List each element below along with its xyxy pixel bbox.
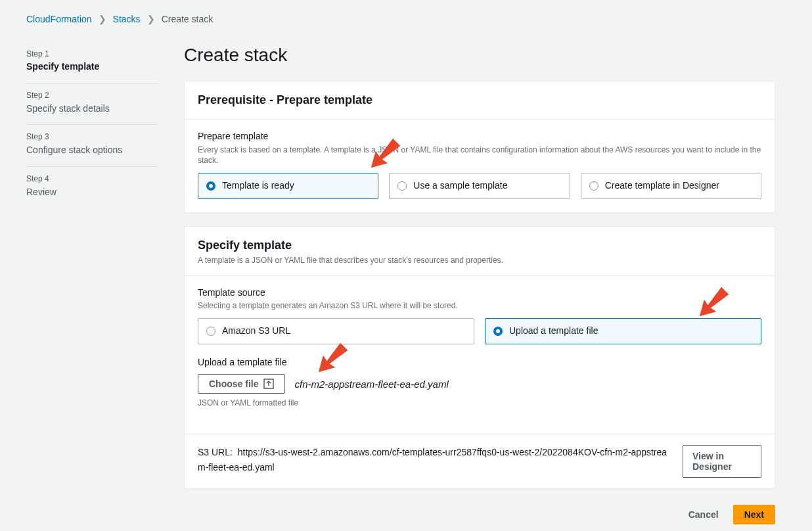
- uploaded-filename: cfn-m2-appstream-fleet-ea-ed.yaml: [294, 377, 448, 391]
- breadcrumb-stacks[interactable]: Stacks: [113, 13, 141, 26]
- upload-help: JSON or YAML formatted file: [198, 398, 761, 409]
- radio-icon: [397, 181, 407, 191]
- radio-label: Template is ready: [222, 179, 294, 193]
- radio-label: Create template in Designer: [605, 179, 719, 193]
- radio-use-sample-template[interactable]: Use a sample template: [389, 173, 570, 199]
- radio-icon: [493, 327, 503, 336]
- template-source-options: Amazon S3 URL Upload a template file: [198, 318, 761, 344]
- button-label: Choose file: [209, 379, 258, 389]
- step-review: Step 4 Review: [26, 167, 158, 208]
- breadcrumb: CloudFormation ❯ Stacks ❯ Create stack: [26, 13, 792, 26]
- field-label-prepare-template: Prepare template: [198, 130, 761, 143]
- panel-title: Prerequisite - Prepare template: [198, 92, 761, 108]
- wizard-steps: Step 1 Specify template Step 2 Specify s…: [26, 42, 158, 525]
- step-configure-stack-options: Step 3 Configure stack options: [26, 125, 158, 166]
- radio-label: Use a sample template: [413, 179, 507, 193]
- field-label-template-source: Template source: [198, 287, 761, 300]
- step-title: Configure stack options: [26, 144, 158, 157]
- radio-label: Amazon S3 URL: [222, 325, 290, 338]
- s3-url-row: S3 URL: https://s3-us-west-2.amazonaws.c…: [185, 434, 775, 488]
- field-help: Every stack is based on a template. A te…: [198, 145, 761, 167]
- step-specify-template[interactable]: Step 1 Specify template: [26, 42, 158, 83]
- breadcrumb-current: Create stack: [162, 13, 214, 26]
- page-title: Create stack: [184, 42, 775, 68]
- choose-file-button[interactable]: Choose file: [198, 374, 285, 394]
- prepare-template-options: Template is ready Use a sample template …: [198, 173, 761, 199]
- view-in-designer-button[interactable]: View in Designer: [683, 445, 761, 478]
- radio-label: Upload a template file: [509, 325, 598, 338]
- cancel-button[interactable]: Cancel: [682, 505, 725, 524]
- next-button[interactable]: Next: [733, 505, 775, 524]
- step-title: Review: [26, 186, 158, 199]
- s3-url-value: https://s3-us-west-2.amazonaws.com/cf-te…: [198, 447, 667, 472]
- radio-icon: [206, 327, 215, 336]
- step-title: Specify stack details: [26, 103, 158, 116]
- chevron-right-icon: ❯: [99, 13, 106, 26]
- panel-specify-template: Specify template A template is a JSON or…: [184, 226, 775, 489]
- field-label-upload-template-file: Upload a template file: [198, 356, 761, 369]
- step-number: Step 1: [26, 49, 158, 60]
- step-number: Step 2: [26, 90, 158, 101]
- radio-icon: [589, 181, 598, 191]
- wizard-actions: Cancel Next: [184, 502, 775, 524]
- chevron-right-icon: ❯: [147, 13, 155, 26]
- breadcrumb-cloudformation[interactable]: CloudFormation: [26, 13, 92, 26]
- step-title: Specify template: [26, 60, 158, 74]
- radio-template-is-ready[interactable]: Template is ready: [198, 173, 378, 199]
- radio-icon: [206, 181, 215, 191]
- field-help: Selecting a template generates an Amazon…: [198, 300, 761, 312]
- panel-subtitle: A template is a JSON or YAML file that d…: [198, 255, 761, 266]
- panel-title: Specify template: [198, 237, 761, 254]
- upload-icon: [263, 379, 274, 389]
- s3-url-label: S3 URL:: [198, 447, 233, 457]
- radio-upload-template-file[interactable]: Upload a template file: [485, 318, 761, 344]
- panel-prerequisite: Prerequisite - Prepare template Prepare …: [184, 81, 775, 213]
- radio-create-in-designer[interactable]: Create template in Designer: [581, 173, 761, 199]
- step-number: Step 3: [26, 131, 158, 143]
- step-specify-stack-details: Step 2 Specify stack details: [26, 83, 158, 125]
- step-number: Step 4: [26, 173, 158, 185]
- radio-amazon-s3-url[interactable]: Amazon S3 URL: [198, 318, 474, 344]
